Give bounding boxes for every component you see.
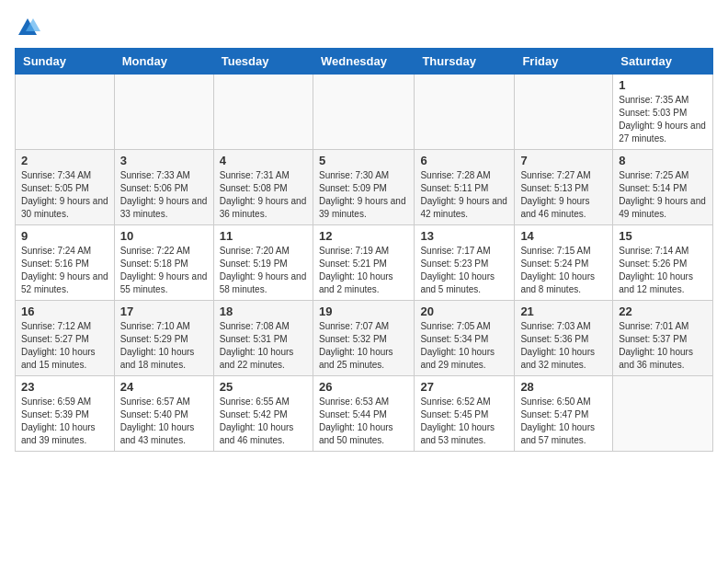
- calendar-week-row: 9Sunrise: 7:24 AM Sunset: 5:16 PM Daylig…: [16, 225, 713, 301]
- calendar-cell: 26Sunrise: 6:53 AM Sunset: 5:44 PM Dayli…: [313, 376, 414, 452]
- calendar-cell: 11Sunrise: 7:20 AM Sunset: 5:19 PM Dayli…: [213, 225, 313, 301]
- calendar-header-sunday: Sunday: [16, 49, 115, 75]
- calendar-cell: 20Sunrise: 7:05 AM Sunset: 5:34 PM Dayli…: [415, 301, 515, 376]
- day-number: 6: [420, 154, 508, 167]
- day-info: Sunrise: 7:34 AM Sunset: 5:05 PM Dayligh…: [21, 169, 108, 221]
- calendar-cell: [313, 75, 414, 150]
- day-info: Sunrise: 7:03 AM Sunset: 5:36 PM Dayligh…: [520, 320, 607, 372]
- day-number: 10: [120, 229, 208, 243]
- day-number: 21: [520, 304, 607, 318]
- day-number: 26: [319, 380, 408, 394]
- day-info: Sunrise: 7:35 AM Sunset: 5:03 PM Dayligh…: [619, 94, 707, 145]
- day-number: 1: [619, 78, 707, 92]
- day-number: 28: [520, 380, 607, 394]
- calendar-cell: [515, 75, 613, 150]
- calendar-cell: 5Sunrise: 7:30 AM Sunset: 5:09 PM Daylig…: [313, 150, 414, 225]
- calendar-cell: 2Sunrise: 7:34 AM Sunset: 5:05 PM Daylig…: [16, 150, 115, 225]
- calendar-cell: 17Sunrise: 7:10 AM Sunset: 5:29 PM Dayli…: [114, 301, 213, 376]
- calendar-cell: 15Sunrise: 7:14 AM Sunset: 5:26 PM Dayli…: [613, 225, 713, 301]
- day-info: Sunrise: 6:57 AM Sunset: 5:40 PM Dayligh…: [120, 396, 208, 447]
- calendar-header-saturday: Saturday: [613, 49, 713, 75]
- day-number: 24: [120, 380, 208, 394]
- calendar-cell: [613, 376, 713, 452]
- day-number: 7: [520, 154, 607, 167]
- day-info: Sunrise: 7:12 AM Sunset: 5:27 PM Dayligh…: [21, 320, 108, 372]
- day-info: Sunrise: 7:07 AM Sunset: 5:32 PM Dayligh…: [319, 320, 408, 372]
- calendar-cell: 10Sunrise: 7:22 AM Sunset: 5:18 PM Dayli…: [114, 225, 213, 301]
- calendar-header-thursday: Thursday: [415, 49, 515, 75]
- day-number: 13: [420, 229, 508, 243]
- calendar-cell: 13Sunrise: 7:17 AM Sunset: 5:23 PM Dayli…: [415, 225, 515, 301]
- day-number: 8: [619, 154, 707, 167]
- day-info: Sunrise: 7:01 AM Sunset: 5:37 PM Dayligh…: [619, 320, 707, 372]
- calendar-cell: 12Sunrise: 7:19 AM Sunset: 5:21 PM Dayli…: [313, 225, 414, 301]
- calendar-cell: 16Sunrise: 7:12 AM Sunset: 5:27 PM Dayli…: [16, 301, 115, 376]
- day-number: 3: [120, 154, 208, 167]
- calendar-week-row: 16Sunrise: 7:12 AM Sunset: 5:27 PM Dayli…: [16, 301, 713, 376]
- day-info: Sunrise: 7:14 AM Sunset: 5:26 PM Dayligh…: [619, 245, 707, 296]
- day-number: 16: [21, 304, 108, 318]
- day-info: Sunrise: 7:22 AM Sunset: 5:18 PM Dayligh…: [120, 245, 208, 296]
- calendar-cell: 4Sunrise: 7:31 AM Sunset: 5:08 PM Daylig…: [213, 150, 313, 225]
- day-info: Sunrise: 7:33 AM Sunset: 5:06 PM Dayligh…: [120, 169, 208, 221]
- calendar-header-monday: Monday: [114, 49, 213, 75]
- day-number: 14: [520, 229, 607, 243]
- calendar-cell: 28Sunrise: 6:50 AM Sunset: 5:47 PM Dayli…: [515, 376, 613, 452]
- calendar-cell: 1Sunrise: 7:35 AM Sunset: 5:03 PM Daylig…: [613, 75, 713, 150]
- day-number: 25: [220, 380, 307, 394]
- calendar-cell: [114, 75, 213, 150]
- calendar-cell: 9Sunrise: 7:24 AM Sunset: 5:16 PM Daylig…: [16, 225, 115, 301]
- day-info: Sunrise: 7:20 AM Sunset: 5:19 PM Dayligh…: [220, 245, 307, 296]
- calendar-header-row: SundayMondayTuesdayWednesdayThursdayFrid…: [16, 49, 713, 75]
- day-info: Sunrise: 7:08 AM Sunset: 5:31 PM Dayligh…: [220, 320, 307, 372]
- calendar-cell: 27Sunrise: 6:52 AM Sunset: 5:45 PM Dayli…: [415, 376, 515, 452]
- calendar-cell: 24Sunrise: 6:57 AM Sunset: 5:40 PM Dayli…: [114, 376, 213, 452]
- calendar-cell: 25Sunrise: 6:55 AM Sunset: 5:42 PM Dayli…: [213, 376, 313, 452]
- day-number: 22: [619, 304, 707, 318]
- page-header: [15, 15, 713, 40]
- day-number: 23: [21, 380, 108, 394]
- day-info: Sunrise: 7:19 AM Sunset: 5:21 PM Dayligh…: [319, 245, 408, 296]
- day-number: 15: [619, 229, 707, 243]
- day-info: Sunrise: 7:28 AM Sunset: 5:11 PM Dayligh…: [420, 169, 508, 221]
- calendar-cell: 3Sunrise: 7:33 AM Sunset: 5:06 PM Daylig…: [114, 150, 213, 225]
- day-info: Sunrise: 7:10 AM Sunset: 5:29 PM Dayligh…: [120, 320, 208, 372]
- day-info: Sunrise: 6:55 AM Sunset: 5:42 PM Dayligh…: [220, 396, 307, 447]
- calendar-header-wednesday: Wednesday: [313, 49, 414, 75]
- day-info: Sunrise: 7:31 AM Sunset: 5:08 PM Dayligh…: [220, 169, 307, 221]
- day-info: Sunrise: 6:59 AM Sunset: 5:39 PM Dayligh…: [21, 396, 108, 447]
- day-number: 27: [420, 380, 508, 394]
- calendar-cell: 6Sunrise: 7:28 AM Sunset: 5:11 PM Daylig…: [415, 150, 515, 225]
- day-number: 18: [220, 304, 307, 318]
- day-number: 4: [220, 154, 307, 167]
- calendar-cell: [16, 75, 115, 150]
- calendar-week-row: 23Sunrise: 6:59 AM Sunset: 5:39 PM Dayli…: [16, 376, 713, 452]
- logo: [15, 15, 44, 40]
- day-info: Sunrise: 7:05 AM Sunset: 5:34 PM Dayligh…: [420, 320, 508, 372]
- calendar-cell: 23Sunrise: 6:59 AM Sunset: 5:39 PM Dayli…: [16, 376, 115, 452]
- day-info: Sunrise: 7:17 AM Sunset: 5:23 PM Dayligh…: [420, 245, 508, 296]
- calendar-cell: 14Sunrise: 7:15 AM Sunset: 5:24 PM Dayli…: [515, 225, 613, 301]
- day-info: Sunrise: 6:50 AM Sunset: 5:47 PM Dayligh…: [520, 396, 607, 447]
- calendar-cell: [213, 75, 313, 150]
- day-number: 5: [319, 154, 408, 167]
- day-number: 12: [319, 229, 408, 243]
- day-number: 11: [220, 229, 307, 243]
- calendar-table: SundayMondayTuesdayWednesdayThursdayFrid…: [15, 48, 713, 452]
- calendar-cell: 22Sunrise: 7:01 AM Sunset: 5:37 PM Dayli…: [613, 301, 713, 376]
- calendar-header-tuesday: Tuesday: [213, 49, 313, 75]
- day-number: 9: [21, 229, 108, 243]
- calendar-cell: 21Sunrise: 7:03 AM Sunset: 5:36 PM Dayli…: [515, 301, 613, 376]
- day-number: 17: [120, 304, 208, 318]
- day-info: Sunrise: 7:30 AM Sunset: 5:09 PM Dayligh…: [319, 169, 408, 221]
- calendar-cell: 19Sunrise: 7:07 AM Sunset: 5:32 PM Dayli…: [313, 301, 414, 376]
- day-number: 20: [420, 304, 508, 318]
- logo-icon: [15, 15, 40, 40]
- day-info: Sunrise: 7:25 AM Sunset: 5:14 PM Dayligh…: [619, 169, 707, 221]
- calendar-cell: 7Sunrise: 7:27 AM Sunset: 5:13 PM Daylig…: [515, 150, 613, 225]
- calendar-week-row: 2Sunrise: 7:34 AM Sunset: 5:05 PM Daylig…: [16, 150, 713, 225]
- day-info: Sunrise: 7:15 AM Sunset: 5:24 PM Dayligh…: [520, 245, 607, 296]
- day-info: Sunrise: 6:53 AM Sunset: 5:44 PM Dayligh…: [319, 396, 408, 447]
- calendar-header-friday: Friday: [515, 49, 613, 75]
- day-number: 19: [319, 304, 408, 318]
